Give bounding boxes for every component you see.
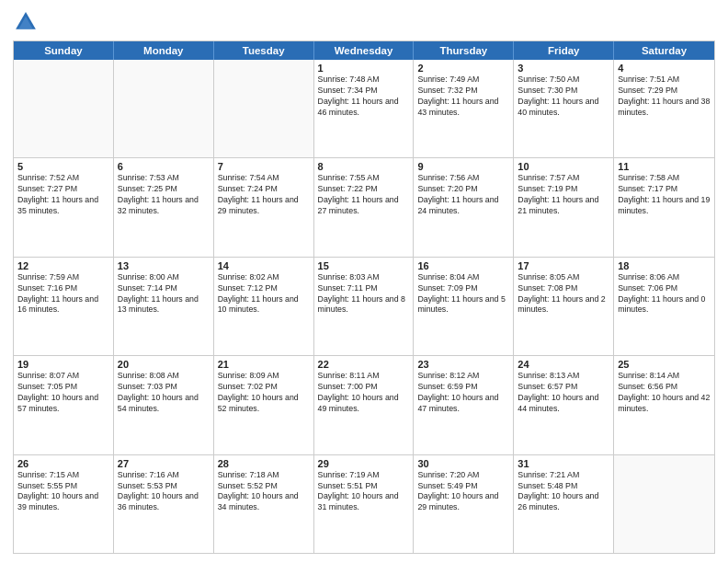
day-info: Sunrise: 8:03 AM Sunset: 7:11 PM Dayligh… <box>318 272 410 316</box>
day-info: Sunrise: 8:07 AM Sunset: 7:05 PM Dayligh… <box>17 371 109 415</box>
day-number: 26 <box>17 458 109 469</box>
day-cell-13: 13Sunrise: 8:00 AM Sunset: 7:14 PM Dayli… <box>114 258 214 355</box>
header-day-friday: Friday <box>514 41 614 60</box>
day-number: 13 <box>118 260 210 271</box>
day-cell-27: 27Sunrise: 7:16 AM Sunset: 5:53 PM Dayli… <box>114 455 214 553</box>
day-info: Sunrise: 8:09 AM Sunset: 7:02 PM Dayligh… <box>218 371 310 415</box>
day-number: 12 <box>17 260 109 271</box>
day-info: Sunrise: 7:54 AM Sunset: 7:24 PM Dayligh… <box>218 173 310 217</box>
day-info: Sunrise: 8:06 AM Sunset: 7:06 PM Dayligh… <box>618 272 711 316</box>
day-cell-1: 1Sunrise: 7:48 AM Sunset: 7:34 PM Daylig… <box>314 60 415 157</box>
day-number: 21 <box>218 359 310 370</box>
day-number: 6 <box>118 161 210 172</box>
day-cell-10: 10Sunrise: 7:57 AM Sunset: 7:19 PM Dayli… <box>514 158 614 256</box>
header-day-monday: Monday <box>114 41 214 60</box>
day-number: 11 <box>618 161 711 172</box>
day-info: Sunrise: 7:56 AM Sunset: 7:20 PM Dayligh… <box>417 173 509 217</box>
day-cell-26: 26Sunrise: 7:15 AM Sunset: 5:55 PM Dayli… <box>14 455 114 553</box>
day-number: 28 <box>218 458 310 469</box>
day-number: 1 <box>318 63 410 74</box>
day-info: Sunrise: 7:53 AM Sunset: 7:25 PM Dayligh… <box>118 173 210 217</box>
day-number: 5 <box>17 161 109 172</box>
day-info: Sunrise: 8:05 AM Sunset: 7:08 PM Dayligh… <box>518 272 609 316</box>
day-info: Sunrise: 7:48 AM Sunset: 7:34 PM Dayligh… <box>318 75 410 119</box>
day-cell-6: 6Sunrise: 7:53 AM Sunset: 7:25 PM Daylig… <box>114 158 214 256</box>
empty-cell <box>614 455 714 553</box>
day-cell-29: 29Sunrise: 7:19 AM Sunset: 5:51 PM Dayli… <box>314 455 415 553</box>
day-number: 31 <box>518 458 609 469</box>
day-number: 18 <box>618 260 711 271</box>
day-info: Sunrise: 7:15 AM Sunset: 5:55 PM Dayligh… <box>17 470 109 514</box>
day-cell-3: 3Sunrise: 7:50 AM Sunset: 7:30 PM Daylig… <box>514 60 614 157</box>
day-cell-4: 4Sunrise: 7:51 AM Sunset: 7:29 PM Daylig… <box>614 60 714 157</box>
day-info: Sunrise: 8:02 AM Sunset: 7:12 PM Dayligh… <box>218 272 310 316</box>
day-number: 2 <box>417 63 509 74</box>
week-row-4: 19Sunrise: 8:07 AM Sunset: 7:05 PM Dayli… <box>14 356 714 454</box>
day-info: Sunrise: 7:49 AM Sunset: 7:32 PM Dayligh… <box>417 75 509 119</box>
day-info: Sunrise: 8:11 AM Sunset: 7:00 PM Dayligh… <box>318 371 410 415</box>
header <box>13 9 715 35</box>
day-number: 29 <box>318 458 410 469</box>
empty-cell <box>114 60 214 157</box>
day-cell-24: 24Sunrise: 8:13 AM Sunset: 6:57 PM Dayli… <box>514 356 614 454</box>
day-cell-14: 14Sunrise: 8:02 AM Sunset: 7:12 PM Dayli… <box>214 258 314 355</box>
day-cell-20: 20Sunrise: 8:08 AM Sunset: 7:03 PM Dayli… <box>114 356 214 454</box>
header-day-sunday: Sunday <box>14 41 114 60</box>
logo <box>13 9 42 35</box>
day-number: 9 <box>417 161 509 172</box>
day-number: 23 <box>417 359 509 370</box>
day-cell-9: 9Sunrise: 7:56 AM Sunset: 7:20 PM Daylig… <box>414 158 514 256</box>
week-row-2: 5Sunrise: 7:52 AM Sunset: 7:27 PM Daylig… <box>14 158 714 257</box>
day-cell-21: 21Sunrise: 8:09 AM Sunset: 7:02 PM Dayli… <box>214 356 314 454</box>
day-number: 30 <box>417 458 509 469</box>
day-cell-16: 16Sunrise: 8:04 AM Sunset: 7:09 PM Dayli… <box>414 258 514 355</box>
day-number: 27 <box>118 458 210 469</box>
logo-icon <box>13 9 39 35</box>
day-info: Sunrise: 7:18 AM Sunset: 5:52 PM Dayligh… <box>218 470 310 514</box>
day-number: 8 <box>318 161 410 172</box>
day-cell-23: 23Sunrise: 8:12 AM Sunset: 6:59 PM Dayli… <box>414 356 514 454</box>
day-cell-15: 15Sunrise: 8:03 AM Sunset: 7:11 PM Dayli… <box>314 258 415 355</box>
day-number: 19 <box>17 359 109 370</box>
day-cell-25: 25Sunrise: 8:14 AM Sunset: 6:56 PM Dayli… <box>614 356 714 454</box>
empty-cell <box>214 60 314 157</box>
header-day-tuesday: Tuesday <box>214 41 314 60</box>
day-info: Sunrise: 8:13 AM Sunset: 6:57 PM Dayligh… <box>518 371 609 415</box>
day-info: Sunrise: 8:00 AM Sunset: 7:14 PM Dayligh… <box>118 272 210 316</box>
day-info: Sunrise: 8:04 AM Sunset: 7:09 PM Dayligh… <box>417 272 509 316</box>
day-number: 24 <box>518 359 609 370</box>
day-cell-8: 8Sunrise: 7:55 AM Sunset: 7:22 PM Daylig… <box>314 158 415 256</box>
calendar: SundayMondayTuesdayWednesdayThursdayFrid… <box>13 40 715 554</box>
day-info: Sunrise: 8:08 AM Sunset: 7:03 PM Dayligh… <box>118 371 210 415</box>
day-number: 4 <box>618 63 711 74</box>
day-number: 3 <box>518 63 609 74</box>
day-cell-12: 12Sunrise: 7:59 AM Sunset: 7:16 PM Dayli… <box>14 258 114 355</box>
day-info: Sunrise: 7:52 AM Sunset: 7:27 PM Dayligh… <box>17 173 109 217</box>
header-day-thursday: Thursday <box>414 41 514 60</box>
day-info: Sunrise: 7:20 AM Sunset: 5:49 PM Dayligh… <box>417 470 509 514</box>
day-cell-22: 22Sunrise: 8:11 AM Sunset: 7:00 PM Dayli… <box>314 356 415 454</box>
empty-cell <box>14 60 114 157</box>
day-info: Sunrise: 7:59 AM Sunset: 7:16 PM Dayligh… <box>17 272 109 316</box>
day-info: Sunrise: 8:12 AM Sunset: 6:59 PM Dayligh… <box>417 371 509 415</box>
day-info: Sunrise: 7:16 AM Sunset: 5:53 PM Dayligh… <box>118 470 210 514</box>
day-cell-7: 7Sunrise: 7:54 AM Sunset: 7:24 PM Daylig… <box>214 158 314 256</box>
calendar-body: 1Sunrise: 7:48 AM Sunset: 7:34 PM Daylig… <box>14 60 714 553</box>
day-cell-11: 11Sunrise: 7:58 AM Sunset: 7:17 PM Dayli… <box>614 158 714 256</box>
day-cell-17: 17Sunrise: 8:05 AM Sunset: 7:08 PM Dayli… <box>514 258 614 355</box>
header-day-wednesday: Wednesday <box>314 41 415 60</box>
day-cell-19: 19Sunrise: 8:07 AM Sunset: 7:05 PM Dayli… <box>14 356 114 454</box>
page: SundayMondayTuesdayWednesdayThursdayFrid… <box>0 0 728 563</box>
day-info: Sunrise: 8:14 AM Sunset: 6:56 PM Dayligh… <box>618 371 711 415</box>
day-number: 22 <box>318 359 410 370</box>
day-cell-30: 30Sunrise: 7:20 AM Sunset: 5:49 PM Dayli… <box>414 455 514 553</box>
day-cell-18: 18Sunrise: 8:06 AM Sunset: 7:06 PM Dayli… <box>614 258 714 355</box>
week-row-5: 26Sunrise: 7:15 AM Sunset: 5:55 PM Dayli… <box>14 455 714 553</box>
calendar-header-row: SundayMondayTuesdayWednesdayThursdayFrid… <box>14 41 714 60</box>
day-number: 7 <box>218 161 310 172</box>
week-row-3: 12Sunrise: 7:59 AM Sunset: 7:16 PM Dayli… <box>14 258 714 356</box>
day-info: Sunrise: 7:51 AM Sunset: 7:29 PM Dayligh… <box>618 75 711 119</box>
day-info: Sunrise: 7:21 AM Sunset: 5:48 PM Dayligh… <box>518 470 609 514</box>
day-cell-31: 31Sunrise: 7:21 AM Sunset: 5:48 PM Dayli… <box>514 455 614 553</box>
day-cell-5: 5Sunrise: 7:52 AM Sunset: 7:27 PM Daylig… <box>14 158 114 256</box>
